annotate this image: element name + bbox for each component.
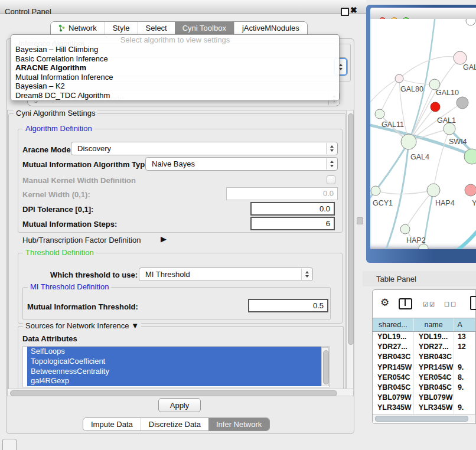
table-row[interactable]: YDL19...YDL19...13 (373, 332, 475, 342)
apply-button[interactable]: Apply (158, 398, 201, 412)
node-label-gal1: GAL1 (437, 116, 456, 125)
hub-section-label[interactable]: Hub/Transcription Factor Definition (22, 236, 141, 244)
algorithm-option-basic-correlation-inference[interactable]: Basic Correlation Inference (11, 54, 339, 64)
table-cell: YBL079W (414, 393, 454, 403)
tab-infer-network[interactable]: Infer Network (208, 418, 269, 431)
table-row[interactable]: YBR045CYBR045C9. (373, 383, 475, 393)
table-cell: YDL19... (373, 332, 414, 342)
node-gcy1[interactable] (371, 186, 380, 195)
close-icon[interactable]: ✖ (350, 5, 357, 15)
node-red[interactable] (431, 102, 440, 112)
node-pink-right[interactable] (465, 184, 476, 196)
network-edge (376, 190, 433, 194)
network-edge (399, 57, 460, 79)
cyni-settings-title: Cyni Algorithm Settings (14, 109, 97, 118)
node-gal4[interactable] (401, 134, 416, 149)
algorithm-option-dream8-dc-tdc-algorithm[interactable]: Dream8 DC_TDC Algorithm (11, 91, 339, 100)
float-panel-icon[interactable] (341, 8, 349, 16)
algorithm-option-bayesian-k2[interactable]: Bayesian – K2 (11, 81, 339, 91)
column-header-name[interactable]: name (414, 318, 454, 331)
select-all-checkboxes-icon[interactable]: ☑☑ (423, 301, 436, 308)
node-label-gal: GAL (463, 63, 476, 71)
table-cell: 9. (454, 363, 475, 373)
tab-jactivemnodules[interactable]: jActiveMNodules (234, 22, 307, 34)
table-cell: YBR043C (414, 352, 454, 362)
split-divider-grip[interactable] (357, 217, 363, 224)
algorithm-dropdown-popup: Select algorithm to view settings Bayesi… (11, 34, 340, 101)
dpi-tolerance-field[interactable]: 0.0 (250, 202, 335, 216)
table-hscrollbar[interactable] (373, 414, 475, 422)
tab-network[interactable]: Network (51, 22, 105, 34)
control-panel-titlebar[interactable]: Control Panel ✖ (0, 0, 366, 14)
manual-kernel-checkbox[interactable] (327, 175, 335, 184)
node-unlabeled-top[interactable] (466, 19, 475, 25)
column-header-shared[interactable]: shared... (373, 318, 414, 331)
table-row[interactable]: YPR145WYPR145W9. (373, 363, 475, 373)
tab-select[interactable]: Select (138, 22, 175, 34)
attribute-item-selfloops[interactable]: SelfLoops (27, 347, 321, 357)
table-row[interactable]: YBR043CYBR043C (373, 352, 475, 362)
attribute-item-topologicalcoefficient[interactable]: TopologicalCoefficient (27, 357, 321, 367)
algorithm-option-mutual-information-inference[interactable]: Mutual Information Inference (11, 73, 339, 82)
mi-algorithm-type-combo[interactable]: Naive Bayes (145, 157, 338, 171)
table-row[interactable]: YBL079WYBL079W (373, 393, 475, 403)
node-label-hap2: HAP2 (406, 236, 426, 244)
split-columns-icon[interactable] (399, 298, 412, 309)
table-row[interactable]: YLR345WYLR345W9. (373, 403, 475, 413)
algorithm-option-aracne-algorithm[interactable]: ARACNE Algorithm (11, 63, 339, 73)
node-swi4[interactable] (464, 149, 476, 164)
table-cell: YLR345W (414, 403, 454, 413)
combo-stepper-icon[interactable] (326, 158, 337, 169)
node-label-y: Y (472, 199, 476, 207)
tab-impute-data[interactable]: Impute Data (83, 418, 141, 431)
table-cell: YBL079W (373, 393, 414, 403)
table-row[interactable]: YDR27...YDR27...12 (373, 342, 475, 352)
tab-label: Network (69, 24, 97, 32)
node-gal1[interactable] (444, 123, 455, 135)
kernel-width-field[interactable]: 0.0 (226, 187, 338, 200)
table-row[interactable]: YER054CYER054C8. (373, 373, 475, 383)
control-panel-title: Control Panel (5, 7, 51, 16)
node-bottom[interactable] (419, 244, 428, 249)
new-table-icon[interactable] (470, 296, 476, 310)
node-hap2[interactable] (400, 224, 410, 234)
tab-style[interactable]: Style (105, 22, 138, 34)
attribute-item-gal4rgexp[interactable]: gal4RGexp (27, 376, 321, 386)
node-gal-partial[interactable] (454, 51, 467, 64)
table-panel-titlebar[interactable]: Table Panel (363, 271, 476, 286)
network-edge (433, 129, 449, 190)
node-gal11[interactable] (375, 109, 384, 119)
algorithm-option-bayesian-hill-climbing[interactable]: Bayesian – Hill Climbing (11, 45, 339, 54)
tab-cyni-toolbox[interactable]: Cyni Toolbox (175, 22, 234, 34)
node-hap4[interactable] (427, 184, 440, 197)
aracne-mode-combo[interactable]: Discovery (71, 142, 338, 155)
table-header[interactable]: shared...nameA (373, 318, 475, 332)
deselect-all-checkboxes-icon[interactable]: ☐☐ (444, 301, 457, 308)
tab-discretize-data[interactable]: Discretize Data (141, 418, 208, 431)
settings-vscrollbar[interactable] (346, 110, 354, 396)
table-cell: YBR043C (373, 352, 414, 362)
node-gal80[interactable] (395, 74, 403, 83)
gear-icon[interactable]: ⚙ (380, 296, 389, 309)
column-header-partial[interactable]: A (454, 318, 475, 331)
which-threshold-combo[interactable]: MI Threshold (139, 268, 313, 281)
combo-stepper-icon[interactable] (326, 143, 337, 154)
node-label-gal80: GAL80 (400, 85, 423, 93)
collapse-arrow-icon[interactable]: ▼ (131, 321, 139, 330)
node-gray[interactable] (457, 97, 468, 109)
network-edge (441, 228, 476, 249)
list-vscrollbar[interactable] (321, 347, 329, 386)
network-canvas[interactable]: GALGAL80GAL10GAL1GAL11SWI4GAL4GCY1HAP4YH… (370, 19, 476, 249)
control-panel-tabs: NetworkStyleSelectCyni ToolboxjActiveMNo… (50, 21, 308, 35)
cytopanel-corner-icon[interactable] (2, 439, 17, 450)
tab-label: Cyni Toolbox (182, 24, 226, 32)
network-window-titlebar[interactable] (370, 8, 476, 19)
table-cell: YER054C (414, 373, 454, 383)
mi-threshold-field[interactable]: 0.5 (248, 299, 328, 312)
tab-label: Impute Data (91, 420, 133, 429)
expand-arrow-icon[interactable]: ▶ (161, 234, 167, 243)
attribute-item-betweennesscentrality[interactable]: BetweennessCentrality (27, 367, 321, 377)
combo-stepper-icon[interactable] (301, 269, 312, 280)
settings-hscrollbar[interactable] (7, 389, 354, 396)
mi-steps-field[interactable]: 6 (250, 217, 335, 230)
